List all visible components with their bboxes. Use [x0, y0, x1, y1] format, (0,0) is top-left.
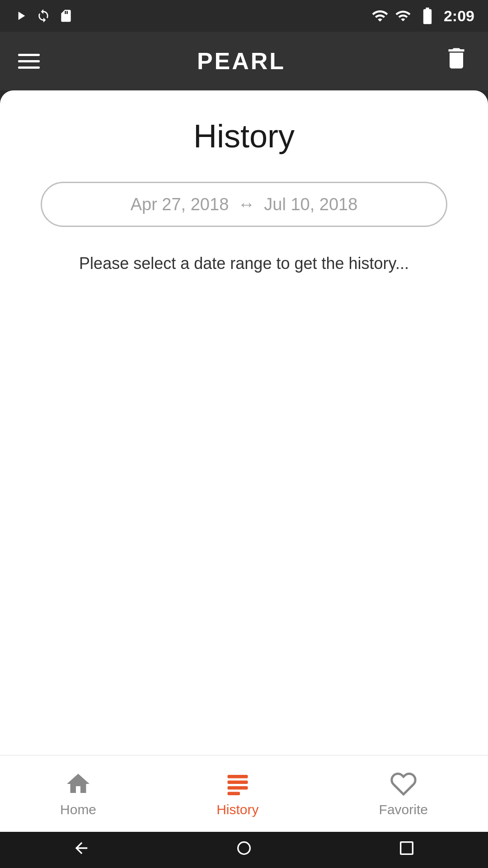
status-bar-left — [14, 9, 73, 23]
android-recents-button[interactable] — [398, 839, 416, 861]
sync-icon — [36, 9, 51, 23]
history-icon — [224, 770, 251, 797]
play-icon — [14, 9, 28, 23]
nav-label-history: History — [216, 802, 258, 817]
nav-item-home[interactable]: Home — [60, 770, 96, 817]
svg-rect-1 — [227, 780, 248, 784]
svg-point-4 — [238, 842, 250, 854]
app-title: PEARL — [197, 47, 286, 75]
main-content: History Apr 27, 2018 ↔ Jul 10, 2018 Plea… — [0, 90, 488, 755]
wifi-icon — [371, 7, 389, 24]
home-icon — [65, 770, 92, 797]
page-title: History — [193, 118, 295, 155]
nav-item-favorite[interactable]: Favorite — [379, 770, 428, 817]
nav-label-favorite: Favorite — [379, 802, 428, 817]
svg-rect-3 — [227, 792, 240, 795]
placeholder-message: Please select a date range to get the hi… — [79, 254, 409, 273]
battery-icon — [418, 6, 437, 26]
android-home-button[interactable] — [235, 839, 253, 861]
status-bar: 2:09 — [0, 0, 488, 32]
status-bar-right: 2:09 — [371, 6, 474, 26]
app-header: PEARL — [0, 32, 488, 90]
signal-icon — [395, 8, 411, 24]
svg-rect-5 — [401, 842, 413, 854]
date-start: Apr 27, 2018 — [131, 195, 229, 214]
date-end: Jul 10, 2018 — [264, 195, 357, 214]
favorite-icon — [390, 770, 417, 797]
date-arrow-icon: ↔ — [238, 195, 255, 214]
nav-item-history[interactable]: History — [216, 770, 258, 817]
date-range-selector[interactable]: Apr 27, 2018 ↔ Jul 10, 2018 — [41, 182, 447, 227]
nav-label-home: Home — [60, 802, 96, 817]
svg-rect-2 — [227, 786, 248, 790]
delete-button[interactable] — [443, 45, 470, 77]
menu-button[interactable] — [18, 54, 40, 69]
android-nav-bar — [0, 832, 488, 868]
date-range-display: Apr 27, 2018 ↔ Jul 10, 2018 — [131, 195, 358, 214]
sd-card-icon — [59, 9, 73, 23]
svg-rect-0 — [227, 775, 248, 778]
android-back-button[interactable] — [72, 839, 90, 861]
status-time: 2:09 — [444, 7, 474, 25]
bottom-navigation: Home History Favorite — [0, 755, 488, 832]
